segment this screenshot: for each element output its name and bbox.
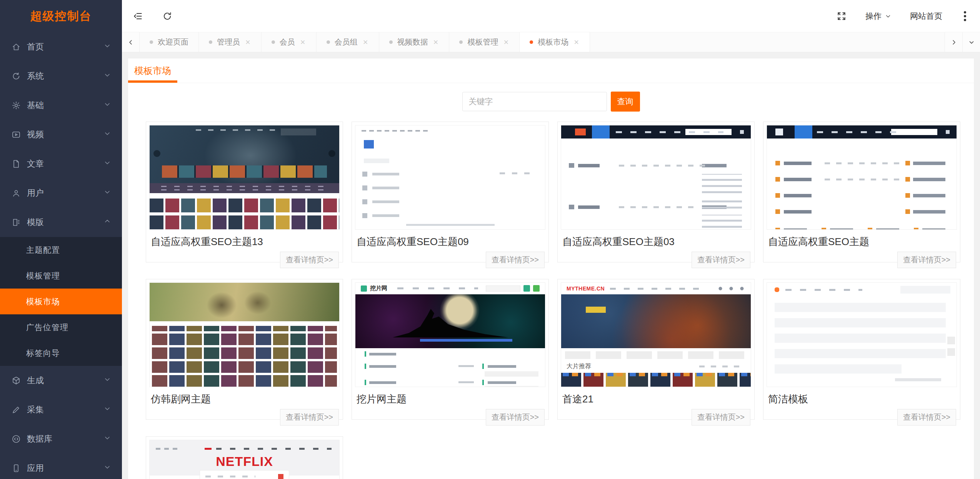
tab-admin[interactable]: 管理员× xyxy=(199,32,262,52)
carousel-arrow-right xyxy=(328,150,335,157)
tab-template-market[interactable]: 模板市场× xyxy=(520,32,590,52)
sidebar-item-label: 应用 xyxy=(27,462,44,474)
thumb-hero-wolf xyxy=(355,294,545,348)
user-icon xyxy=(12,189,21,198)
thumb-sections xyxy=(767,139,957,229)
template-thumbnail xyxy=(767,125,957,230)
tabs-scroll-right[interactable] xyxy=(945,32,962,52)
sidebar-item-template[interactable]: 模版 xyxy=(0,208,122,237)
tab-label: 模板管理 xyxy=(467,37,498,47)
view-detail-button[interactable]: 查看详情页>> xyxy=(280,409,339,426)
close-icon[interactable]: × xyxy=(300,37,306,47)
chevron-down-icon xyxy=(103,434,111,444)
query-button[interactable]: 查询 xyxy=(611,92,640,112)
chevron-down-icon xyxy=(885,13,892,20)
chevron-down-icon xyxy=(103,100,111,110)
submenu-label: 标签向导 xyxy=(26,348,60,359)
sidebar-item-user[interactable]: 用户 xyxy=(0,179,122,208)
sidebar-item-basic[interactable]: 基础 xyxy=(0,91,122,120)
kebab-menu-icon[interactable] xyxy=(964,15,966,17)
sidebar-item-generate[interactable]: 生成 xyxy=(0,366,122,395)
sidebar-item-label: 模版 xyxy=(27,217,44,228)
close-icon[interactable]: × xyxy=(362,37,369,47)
home-icon xyxy=(12,42,21,52)
view-detail-button[interactable]: 查看详情页>> xyxy=(897,252,956,268)
site-home-label: 网站首页 xyxy=(910,11,942,22)
tab-label: 会员组 xyxy=(335,37,358,47)
tabs-menu-dropdown[interactable] xyxy=(962,32,980,52)
thumb-sections xyxy=(561,139,751,229)
thumb-clean-list xyxy=(767,283,957,387)
sidebar-item-database[interactable]: 数据库 xyxy=(0,424,122,454)
submenu-label: 广告位管理 xyxy=(26,322,68,333)
refresh-icon[interactable] xyxy=(162,11,173,22)
gear-icon xyxy=(12,101,21,110)
close-icon[interactable]: × xyxy=(433,37,439,47)
operate-dropdown[interactable]: 操作 xyxy=(865,11,892,22)
thumb-poster-grid xyxy=(152,326,337,387)
template-thumbnail xyxy=(149,282,340,387)
template-title: 自适应高权重SEO主题09 xyxy=(357,235,544,249)
view-detail-button[interactable]: 查看详情页>> xyxy=(692,252,750,268)
code-circle-icon xyxy=(12,434,21,444)
chevron-down-icon xyxy=(103,71,111,81)
link-row: 查看详情页>> xyxy=(149,252,340,268)
link-row: 查看详情页>> xyxy=(767,252,957,268)
tab-member[interactable]: 会员× xyxy=(262,32,317,52)
sidebar-item-label: 数据库 xyxy=(27,433,52,445)
thumb-navbar xyxy=(561,125,751,139)
submenu-item-template-market[interactable]: 模板市场 xyxy=(0,289,122,314)
panel-tab-template-market[interactable]: 模板市场 xyxy=(128,58,177,83)
search-input[interactable] xyxy=(462,92,607,111)
submenu-item-ad-manage[interactable]: 广告位管理 xyxy=(0,314,122,340)
view-detail-button[interactable]: 查看详情页>> xyxy=(486,409,545,426)
tab-member-group[interactable]: 会员组× xyxy=(317,32,379,52)
tabs-scroll-left[interactable] xyxy=(122,32,140,52)
submenu-label: 模板管理 xyxy=(26,270,60,281)
panel-tab-label: 模板市场 xyxy=(134,65,171,77)
thumb-navbar: 挖片网 xyxy=(355,283,545,294)
sidebar-item-video[interactable]: 视频 xyxy=(0,120,122,149)
thumb-poster-grid xyxy=(150,195,339,229)
logo-square-icon xyxy=(361,285,367,292)
sidebar-item-article[interactable]: 文章 xyxy=(0,149,122,179)
sidebar-item-collect[interactable]: 采集 xyxy=(0,395,122,424)
close-icon[interactable]: × xyxy=(573,37,580,47)
view-detail-button[interactable]: 查看详情页>> xyxy=(692,409,750,426)
collapse-menu-icon[interactable] xyxy=(133,11,143,22)
operate-label: 操作 xyxy=(865,11,882,22)
tab-dot xyxy=(459,40,463,44)
site-home-link[interactable]: 网站首页 xyxy=(910,11,942,22)
panel-tabs: 模板市场 xyxy=(128,58,974,83)
submenu-label: 模板市场 xyxy=(26,296,60,307)
tab-welcome[interactable]: 欢迎页面 xyxy=(140,32,199,52)
submenu-label: 主题配置 xyxy=(26,245,60,255)
thumb-hero-game xyxy=(561,294,751,348)
view-detail-button[interactable]: 查看详情页>> xyxy=(897,409,956,426)
submenu-item-theme-config[interactable]: 主题配置 xyxy=(0,237,122,263)
sidebar-item-app[interactable]: 应用 xyxy=(0,454,122,479)
sidebar-item-home[interactable]: 首页 xyxy=(0,32,122,62)
view-detail-button[interactable]: 查看详情页>> xyxy=(280,252,339,268)
app-logo: 超级控制台 xyxy=(0,0,122,32)
sidebar-item-label: 系统 xyxy=(27,70,44,82)
fullscreen-icon[interactable] xyxy=(836,11,847,22)
view-detail-button[interactable]: 查看详情页>> xyxy=(486,252,545,268)
template-card: 自适应高权重SEO主题09 查看详情页>> xyxy=(352,122,549,262)
tab-video-data[interactable]: 视频数据× xyxy=(379,32,450,52)
submenu-item-tag-wizard[interactable]: 标签向导 xyxy=(0,340,122,366)
section-links-placeholder xyxy=(699,366,745,367)
thumb-sections xyxy=(355,348,545,387)
sidebar-item-label: 首页 xyxy=(27,41,44,53)
submenu-item-template-manage[interactable]: 模板管理 xyxy=(0,263,122,289)
close-icon[interactable]: × xyxy=(503,37,509,47)
sidebar-item-system[interactable]: 系统 xyxy=(0,62,122,91)
link-row: 查看详情页>> xyxy=(355,252,545,268)
chevron-down-icon xyxy=(103,376,111,386)
close-icon[interactable]: × xyxy=(245,37,251,47)
wolf-silhouette xyxy=(393,307,508,337)
sidebar-item-label: 生成 xyxy=(27,375,44,386)
template-card: 仿韩剧网主题 查看详情页>> xyxy=(146,279,343,420)
tab-dot xyxy=(389,40,393,44)
tab-template-manage[interactable]: 模板管理× xyxy=(449,32,520,52)
